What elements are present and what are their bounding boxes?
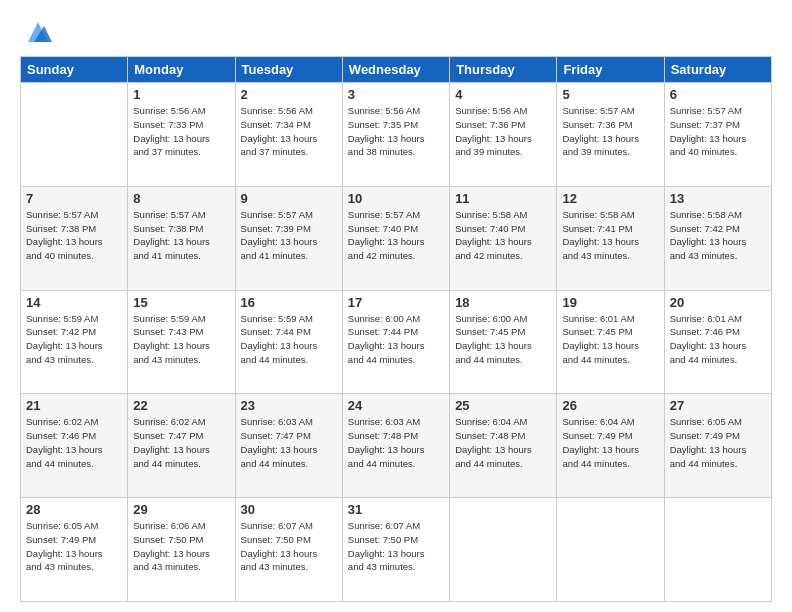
day-number: 6 <box>670 87 766 102</box>
day-info: Sunrise: 5:58 AM Sunset: 7:41 PM Dayligh… <box>562 208 658 263</box>
day-number: 5 <box>562 87 658 102</box>
calendar-cell: 6Sunrise: 5:57 AM Sunset: 7:37 PM Daylig… <box>664 83 771 187</box>
calendar-cell: 17Sunrise: 6:00 AM Sunset: 7:44 PM Dayli… <box>342 290 449 394</box>
calendar-header-row: SundayMondayTuesdayWednesdayThursdayFrid… <box>21 57 772 83</box>
page: SundayMondayTuesdayWednesdayThursdayFrid… <box>0 0 792 612</box>
day-number: 27 <box>670 398 766 413</box>
calendar-cell: 27Sunrise: 6:05 AM Sunset: 7:49 PM Dayli… <box>664 394 771 498</box>
day-info: Sunrise: 5:56 AM Sunset: 7:36 PM Dayligh… <box>455 104 551 159</box>
day-info: Sunrise: 5:57 AM Sunset: 7:38 PM Dayligh… <box>133 208 229 263</box>
calendar-cell: 28Sunrise: 6:05 AM Sunset: 7:49 PM Dayli… <box>21 498 128 602</box>
day-info: Sunrise: 5:56 AM Sunset: 7:35 PM Dayligh… <box>348 104 444 159</box>
day-number: 13 <box>670 191 766 206</box>
day-number: 17 <box>348 295 444 310</box>
day-info: Sunrise: 6:04 AM Sunset: 7:48 PM Dayligh… <box>455 415 551 470</box>
day-info: Sunrise: 5:58 AM Sunset: 7:40 PM Dayligh… <box>455 208 551 263</box>
calendar-week-row: 21Sunrise: 6:02 AM Sunset: 7:46 PM Dayli… <box>21 394 772 498</box>
calendar-cell: 5Sunrise: 5:57 AM Sunset: 7:36 PM Daylig… <box>557 83 664 187</box>
weekday-header: Wednesday <box>342 57 449 83</box>
day-info: Sunrise: 6:07 AM Sunset: 7:50 PM Dayligh… <box>348 519 444 574</box>
logo-icon <box>24 18 52 46</box>
day-number: 9 <box>241 191 337 206</box>
day-info: Sunrise: 5:57 AM Sunset: 7:40 PM Dayligh… <box>348 208 444 263</box>
day-number: 30 <box>241 502 337 517</box>
day-number: 11 <box>455 191 551 206</box>
day-number: 31 <box>348 502 444 517</box>
day-info: Sunrise: 5:57 AM Sunset: 7:38 PM Dayligh… <box>26 208 122 263</box>
day-info: Sunrise: 6:06 AM Sunset: 7:50 PM Dayligh… <box>133 519 229 574</box>
day-number: 7 <box>26 191 122 206</box>
weekday-header: Monday <box>128 57 235 83</box>
day-info: Sunrise: 5:58 AM Sunset: 7:42 PM Dayligh… <box>670 208 766 263</box>
calendar-cell: 31Sunrise: 6:07 AM Sunset: 7:50 PM Dayli… <box>342 498 449 602</box>
calendar-cell: 20Sunrise: 6:01 AM Sunset: 7:46 PM Dayli… <box>664 290 771 394</box>
calendar-cell: 29Sunrise: 6:06 AM Sunset: 7:50 PM Dayli… <box>128 498 235 602</box>
calendar-cell: 10Sunrise: 5:57 AM Sunset: 7:40 PM Dayli… <box>342 186 449 290</box>
day-number: 21 <box>26 398 122 413</box>
day-number: 10 <box>348 191 444 206</box>
day-number: 19 <box>562 295 658 310</box>
weekday-header: Friday <box>557 57 664 83</box>
day-number: 12 <box>562 191 658 206</box>
day-number: 18 <box>455 295 551 310</box>
calendar-cell: 18Sunrise: 6:00 AM Sunset: 7:45 PM Dayli… <box>450 290 557 394</box>
calendar-cell <box>557 498 664 602</box>
day-number: 20 <box>670 295 766 310</box>
day-number: 8 <box>133 191 229 206</box>
day-info: Sunrise: 6:03 AM Sunset: 7:47 PM Dayligh… <box>241 415 337 470</box>
calendar-cell: 9Sunrise: 5:57 AM Sunset: 7:39 PM Daylig… <box>235 186 342 290</box>
day-number: 24 <box>348 398 444 413</box>
day-number: 4 <box>455 87 551 102</box>
day-info: Sunrise: 5:56 AM Sunset: 7:34 PM Dayligh… <box>241 104 337 159</box>
calendar-cell: 26Sunrise: 6:04 AM Sunset: 7:49 PM Dayli… <box>557 394 664 498</box>
weekday-header: Sunday <box>21 57 128 83</box>
calendar-cell: 14Sunrise: 5:59 AM Sunset: 7:42 PM Dayli… <box>21 290 128 394</box>
day-info: Sunrise: 5:57 AM Sunset: 7:37 PM Dayligh… <box>670 104 766 159</box>
calendar-cell <box>21 83 128 187</box>
day-info: Sunrise: 6:01 AM Sunset: 7:45 PM Dayligh… <box>562 312 658 367</box>
calendar-cell: 23Sunrise: 6:03 AM Sunset: 7:47 PM Dayli… <box>235 394 342 498</box>
day-info: Sunrise: 6:03 AM Sunset: 7:48 PM Dayligh… <box>348 415 444 470</box>
calendar-cell: 3Sunrise: 5:56 AM Sunset: 7:35 PM Daylig… <box>342 83 449 187</box>
day-info: Sunrise: 5:57 AM Sunset: 7:36 PM Dayligh… <box>562 104 658 159</box>
day-info: Sunrise: 6:07 AM Sunset: 7:50 PM Dayligh… <box>241 519 337 574</box>
day-number: 15 <box>133 295 229 310</box>
calendar-cell: 22Sunrise: 6:02 AM Sunset: 7:47 PM Dayli… <box>128 394 235 498</box>
day-number: 2 <box>241 87 337 102</box>
day-info: Sunrise: 5:56 AM Sunset: 7:33 PM Dayligh… <box>133 104 229 159</box>
day-info: Sunrise: 5:59 AM Sunset: 7:42 PM Dayligh… <box>26 312 122 367</box>
calendar-cell: 2Sunrise: 5:56 AM Sunset: 7:34 PM Daylig… <box>235 83 342 187</box>
calendar-cell: 4Sunrise: 5:56 AM Sunset: 7:36 PM Daylig… <box>450 83 557 187</box>
weekday-header: Thursday <box>450 57 557 83</box>
calendar-cell: 21Sunrise: 6:02 AM Sunset: 7:46 PM Dayli… <box>21 394 128 498</box>
calendar-cell: 8Sunrise: 5:57 AM Sunset: 7:38 PM Daylig… <box>128 186 235 290</box>
calendar-week-row: 14Sunrise: 5:59 AM Sunset: 7:42 PM Dayli… <box>21 290 772 394</box>
header <box>20 18 772 46</box>
day-info: Sunrise: 6:04 AM Sunset: 7:49 PM Dayligh… <box>562 415 658 470</box>
day-info: Sunrise: 6:00 AM Sunset: 7:44 PM Dayligh… <box>348 312 444 367</box>
day-number: 26 <box>562 398 658 413</box>
day-number: 3 <box>348 87 444 102</box>
day-number: 16 <box>241 295 337 310</box>
day-number: 14 <box>26 295 122 310</box>
calendar-cell: 19Sunrise: 6:01 AM Sunset: 7:45 PM Dayli… <box>557 290 664 394</box>
calendar-cell: 25Sunrise: 6:04 AM Sunset: 7:48 PM Dayli… <box>450 394 557 498</box>
calendar-cell <box>450 498 557 602</box>
day-number: 29 <box>133 502 229 517</box>
calendar-week-row: 1Sunrise: 5:56 AM Sunset: 7:33 PM Daylig… <box>21 83 772 187</box>
day-info: Sunrise: 5:57 AM Sunset: 7:39 PM Dayligh… <box>241 208 337 263</box>
day-info: Sunrise: 5:59 AM Sunset: 7:44 PM Dayligh… <box>241 312 337 367</box>
logo <box>20 18 52 46</box>
calendar-cell <box>664 498 771 602</box>
calendar-cell: 7Sunrise: 5:57 AM Sunset: 7:38 PM Daylig… <box>21 186 128 290</box>
weekday-header: Saturday <box>664 57 771 83</box>
calendar-cell: 30Sunrise: 6:07 AM Sunset: 7:50 PM Dayli… <box>235 498 342 602</box>
day-info: Sunrise: 5:59 AM Sunset: 7:43 PM Dayligh… <box>133 312 229 367</box>
day-info: Sunrise: 6:05 AM Sunset: 7:49 PM Dayligh… <box>26 519 122 574</box>
calendar-cell: 1Sunrise: 5:56 AM Sunset: 7:33 PM Daylig… <box>128 83 235 187</box>
day-info: Sunrise: 6:05 AM Sunset: 7:49 PM Dayligh… <box>670 415 766 470</box>
calendar-week-row: 7Sunrise: 5:57 AM Sunset: 7:38 PM Daylig… <box>21 186 772 290</box>
day-info: Sunrise: 6:00 AM Sunset: 7:45 PM Dayligh… <box>455 312 551 367</box>
day-number: 1 <box>133 87 229 102</box>
calendar-cell: 11Sunrise: 5:58 AM Sunset: 7:40 PM Dayli… <box>450 186 557 290</box>
